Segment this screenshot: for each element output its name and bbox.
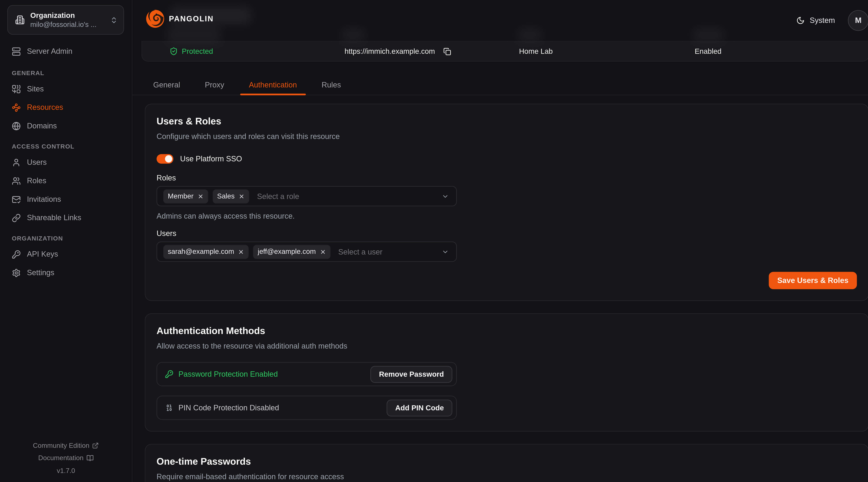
redacted-field-label [517, 28, 542, 42]
pin-protection-row: PIN Code Protection Disabled Add PIN Cod… [157, 396, 457, 420]
user-icon [12, 158, 21, 167]
sidebar: Organization milo@fossorial.io's ... Ser… [0, 0, 132, 482]
sidebar-item-users[interactable]: Users [7, 155, 125, 170]
key-icon [12, 250, 21, 259]
roles-field-label: Roles [157, 174, 857, 182]
otp-card: One-time Passwords Require email-based a… [145, 444, 868, 482]
external-link-icon [92, 442, 99, 449]
toggle-knob [165, 155, 172, 163]
role-chip: Sales [213, 189, 249, 203]
remove-chip-icon[interactable] [239, 193, 245, 199]
sidebar-item-label: API Keys [27, 250, 58, 258]
sidebar-item-api-keys[interactable]: API Keys [7, 247, 125, 262]
sidebar-item-invitations[interactable]: Invitations [7, 192, 125, 207]
sidebar-item-label: Invitations [27, 195, 61, 203]
remove-chip-icon[interactable] [238, 249, 244, 255]
org-texts: Organization milo@fossorial.io's ... [30, 11, 104, 29]
building-icon [15, 15, 25, 25]
auth-methods-card: Authentication Methods Allow access to t… [145, 313, 868, 432]
sidebar-item-settings[interactable]: Settings [7, 265, 125, 280]
theme-toggle[interactable]: System [796, 16, 835, 24]
user-chip: jeff@example.com [253, 245, 330, 259]
brand-name: PANGOLIN [169, 14, 214, 23]
sidebar-item-label: Settings [27, 268, 54, 277]
card-subtitle: Allow access to the resource via additio… [157, 341, 857, 351]
tab-authentication[interactable]: Authentication [249, 81, 297, 89]
theme-label: System [810, 16, 835, 24]
sidebar-item-resources[interactable]: Resources [7, 100, 125, 115]
sidebar-item-label: Server Admin [27, 47, 72, 55]
role-chip-label: Member [168, 192, 193, 200]
binary-icon [165, 404, 173, 412]
sidebar-item-label: Domains [27, 122, 57, 130]
app-window: Organization milo@fossorial.io's ... Ser… [0, 0, 868, 482]
sidebar-item-sites[interactable]: Sites [7, 81, 125, 96]
sso-toggle-row: Use Platform SSO [157, 154, 857, 164]
org-switcher[interactable]: Organization milo@fossorial.io's ... [7, 5, 124, 35]
protected-label: Protected [182, 47, 213, 55]
resource-status: Enabled [695, 41, 721, 61]
pin-status: PIN Code Protection Disabled [165, 404, 279, 412]
remove-chip-icon[interactable] [320, 249, 326, 255]
sidebar-section-access-control: ACCESS CONTROL [12, 143, 120, 150]
resource-tabs: General Proxy Authentication Rules [153, 75, 341, 95]
tab-content: Users & Roles Configure which users and … [145, 104, 868, 482]
tab-proxy[interactable]: Proxy [205, 81, 224, 89]
moon-icon [796, 16, 805, 24]
sidebar-item-label: Resources [27, 103, 63, 111]
card-title: Users & Roles [157, 116, 857, 127]
user-chip-label: jeff@example.com [258, 248, 316, 256]
redacted-field-label [341, 28, 365, 42]
users-multiselect[interactable]: sarah@example.com jeff@example.com Selec… [157, 242, 457, 262]
pin-status-label: PIN Code Protection Disabled [179, 404, 279, 412]
sidebar-item-domains[interactable]: Domains [7, 118, 125, 133]
avatar[interactable]: M [848, 10, 868, 31]
version-label: v1.7.0 [0, 464, 132, 477]
sidebar-item-label: Shareable Links [27, 214, 81, 222]
add-pin-code-button[interactable]: Add PIN Code [387, 399, 452, 416]
sidebar-item-label: Users [27, 158, 47, 166]
topbar-right: System M [796, 0, 868, 40]
user-chip-label: sarah@example.com [168, 248, 234, 256]
save-users-roles-button[interactable]: Save Users & Roles [769, 272, 857, 289]
password-status-label: Password Protection Enabled [179, 370, 278, 378]
sidebar-item-roles[interactable]: Roles [7, 173, 125, 188]
users-placeholder: Select a user [338, 248, 382, 256]
chevron-down-icon [442, 248, 449, 255]
main-area: PANGOLIN System M Protected https://immi… [132, 0, 868, 482]
combine-icon [12, 84, 21, 93]
remove-password-button[interactable]: Remove Password [371, 366, 453, 383]
card-title: One-time Passwords [157, 456, 857, 468]
chevrons-up-down-icon [110, 16, 118, 24]
roles-multiselect[interactable]: Member Sales Select a role [157, 186, 457, 206]
copy-icon[interactable] [443, 47, 451, 55]
sidebar-section-organization: ORGANIZATION [12, 235, 120, 242]
remove-chip-icon[interactable] [197, 193, 204, 199]
sidebar-section-general: GENERAL [12, 70, 120, 76]
key-icon [165, 370, 173, 378]
redacted-field-label [692, 28, 724, 42]
book-open-icon [86, 454, 94, 462]
tab-rules[interactable]: Rules [322, 81, 341, 89]
brand: PANGOLIN [145, 9, 214, 29]
tab-general[interactable]: General [153, 81, 180, 89]
roles-placeholder: Select a role [257, 192, 299, 200]
users-field-label: Users [157, 229, 857, 237]
resource-status-text: Enabled [695, 47, 721, 55]
waypoints-icon [12, 103, 21, 112]
sidebar-item-server-admin[interactable]: Server Admin [7, 44, 125, 59]
shield-check-icon [169, 47, 178, 55]
community-edition-link[interactable]: Community Edition [0, 439, 132, 452]
password-protection-row: Password Protection Enabled Remove Passw… [157, 362, 457, 386]
gear-icon [12, 268, 21, 277]
avatar-initial: M [855, 15, 862, 25]
save-row: Save Users & Roles [157, 272, 857, 289]
resource-info-strip: Protected https://immich.example.com Hom… [142, 41, 868, 62]
documentation-link[interactable]: Documentation [0, 452, 132, 464]
platform-sso-toggle[interactable] [157, 154, 174, 164]
sidebar-nav: Server Admin GENERAL Sites Resources Dom… [0, 44, 132, 284]
protected-status: Protected [169, 41, 213, 61]
admins-note: Admins can always access this resource. [157, 212, 857, 220]
sidebar-item-shareable-links[interactable]: Shareable Links [7, 210, 125, 225]
users-roles-card: Users & Roles Configure which users and … [145, 104, 868, 301]
